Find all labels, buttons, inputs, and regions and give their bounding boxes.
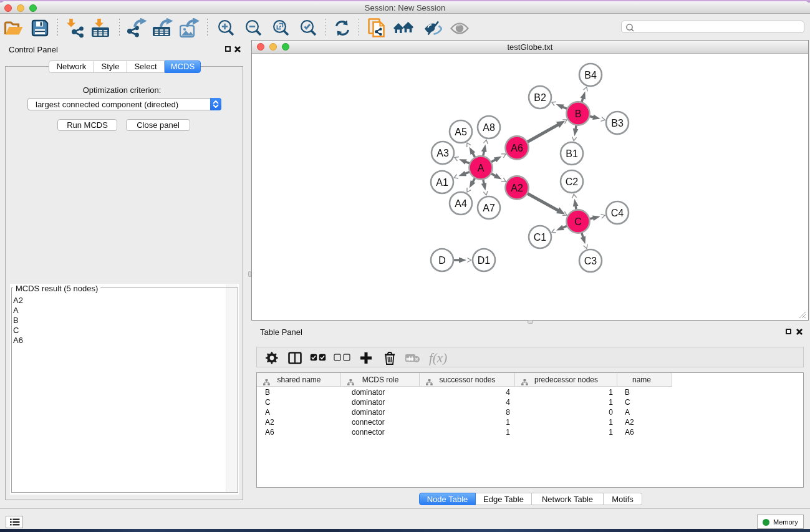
svg-text:D1: D1	[478, 255, 491, 266]
svg-text:A1: A1	[436, 177, 448, 188]
svg-text:B4: B4	[584, 70, 597, 80]
svg-text:B1: B1	[566, 148, 578, 159]
svg-text:B: B	[575, 109, 582, 119]
svg-text:C2: C2	[566, 177, 579, 187]
svg-text:A6: A6	[511, 143, 523, 153]
svg-text:B2: B2	[534, 92, 546, 103]
svg-text:A4: A4	[455, 198, 467, 209]
svg-text:D: D	[438, 255, 446, 266]
svg-text:A8: A8	[483, 122, 495, 133]
svg-text:C4: C4	[611, 208, 624, 218]
svg-text:A3: A3	[436, 148, 449, 158]
svg-text:A2: A2	[511, 183, 523, 193]
svg-text:B3: B3	[611, 118, 624, 128]
svg-text:C3: C3	[584, 256, 597, 266]
svg-text:C1: C1	[534, 232, 547, 243]
svg-text:C: C	[574, 216, 582, 227]
svg-text:A5: A5	[455, 127, 467, 137]
svg-text:A7: A7	[483, 203, 495, 213]
svg-text:A: A	[478, 163, 485, 173]
